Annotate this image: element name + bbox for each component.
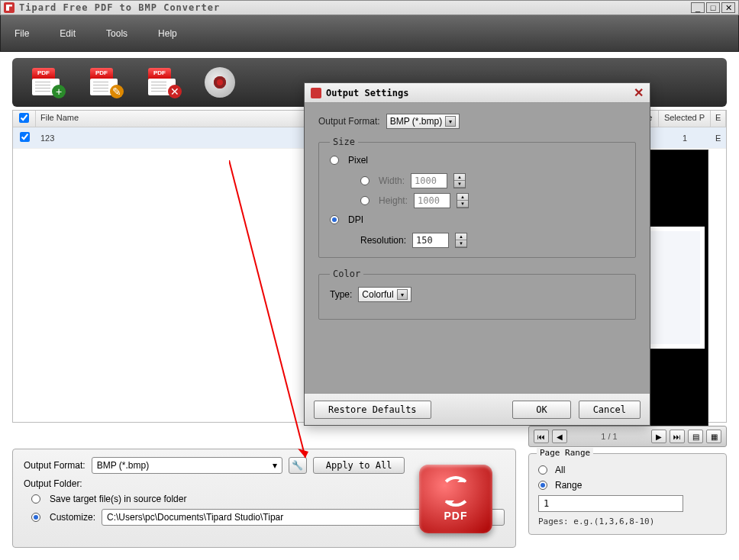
- restore-defaults-button[interactable]: Restore Defaults: [314, 401, 431, 419]
- dialog-close-button[interactable]: ✕: [634, 85, 644, 100]
- first-page-button[interactable]: ⏮: [534, 430, 549, 443]
- cell-selected: 1: [659, 134, 711, 143]
- convert-icon: [440, 476, 471, 507]
- minimize-button[interactable]: _: [691, 2, 705, 13]
- save-source-radio[interactable]: [31, 494, 40, 504]
- width-input[interactable]: 1000: [411, 173, 447, 188]
- resolution-input[interactable]: 150: [412, 233, 449, 248]
- remove-pdf-button[interactable]: PDF✕: [142, 66, 182, 99]
- apply-to-all-button[interactable]: Apply to All: [313, 457, 405, 474]
- last-page-button[interactable]: ⏭: [670, 430, 685, 443]
- output-format-label: Output Format:: [24, 460, 86, 471]
- chevron-down-icon: ▾: [273, 460, 277, 471]
- height-input[interactable]: 1000: [414, 193, 450, 208]
- page-range-legend: Page Range: [537, 448, 593, 458]
- prev-page-button[interactable]: ◀: [552, 430, 567, 443]
- output-format-select[interactable]: BMP (*.bmp)▾: [92, 457, 282, 474]
- output-folder-label: Output Folder:: [24, 478, 82, 489]
- customize-radio[interactable]: [31, 513, 40, 522]
- chevron-down-icon: ▾: [397, 289, 408, 300]
- dialog-title: Output Settings: [326, 88, 408, 98]
- resolution-spinner[interactable]: ▲▼: [455, 233, 467, 248]
- pixel-radio[interactable]: [330, 156, 339, 165]
- window-title: Tipard Free PDF to BMP Converter: [19, 2, 220, 13]
- settings-button[interactable]: [200, 66, 240, 99]
- col-extra[interactable]: E: [711, 111, 726, 127]
- color-fieldset: Color Type:Colorful▾: [318, 269, 636, 320]
- menu-file[interactable]: File: [15, 28, 29, 39]
- menu-edit[interactable]: Edit: [60, 28, 76, 39]
- range-input[interactable]: [538, 495, 683, 512]
- height-spinner[interactable]: ▲▼: [457, 193, 469, 208]
- page-range-group: Page Range All Range Pages: e.g.(1,3,6,8…: [528, 453, 727, 535]
- close-button[interactable]: ✕: [721, 2, 735, 13]
- menubar: File Edit Tools Help: [0, 15, 739, 52]
- output-panel: Output Format: BMP (*.bmp)▾ 🔧 Apply to A…: [12, 449, 516, 548]
- dialog-titlebar[interactable]: Output Settings ✕: [305, 83, 650, 103]
- preview-nav: ⏮ ◀ 1 / 1 ▶ ⏭ ▤ ▦: [528, 426, 727, 447]
- app-icon: [4, 2, 15, 13]
- ok-button[interactable]: OK: [512, 401, 570, 419]
- maximize-button[interactable]: □: [706, 2, 720, 13]
- cell-extra: E: [711, 134, 726, 143]
- edit-pdf-button[interactable]: PDF✎: [84, 66, 124, 99]
- menu-tools[interactable]: Tools: [106, 28, 127, 39]
- wrench-icon: 🔧: [292, 460, 303, 471]
- customize-label: Customize:: [50, 512, 95, 523]
- convert-button[interactable]: PDF: [419, 465, 492, 533]
- color-type-select[interactable]: Colorful▾: [358, 287, 411, 302]
- menu-help[interactable]: Help: [158, 28, 177, 39]
- all-pages-radio[interactable]: [538, 465, 547, 475]
- col-selectedpage[interactable]: Selected P: [659, 111, 711, 127]
- range-radio[interactable]: [538, 481, 547, 490]
- next-page-button[interactable]: ▶: [651, 430, 666, 443]
- dialog-icon: [311, 88, 321, 98]
- view-mode-1-button[interactable]: ▤: [688, 430, 703, 443]
- size-fieldset: Size Pixel Width:1000▲▼ Height:1000▲▼ DP…: [318, 137, 636, 258]
- dpi-radio[interactable]: [330, 215, 339, 224]
- save-source-label: Save target file(s) in source folder: [50, 494, 186, 504]
- chevron-down-icon: ▾: [445, 116, 456, 127]
- output-settings-dialog: Output Settings ✕ Output Format: BMP (*.…: [304, 82, 650, 426]
- output-path-input[interactable]: C:\Users\pc\Documents\Tipard Studio\Tipa…: [102, 509, 450, 526]
- gear-icon: [205, 67, 235, 98]
- height-radio[interactable]: [360, 196, 370, 205]
- nav-panel: ⏮ ◀ 1 / 1 ▶ ⏭ ▤ ▦ Page Range All Range P…: [528, 426, 727, 548]
- row-checkbox[interactable]: [20, 132, 30, 142]
- select-all-checkbox[interactable]: [19, 113, 29, 123]
- page-indicator: 1 / 1: [570, 432, 648, 441]
- width-radio[interactable]: [360, 176, 370, 185]
- width-spinner[interactable]: ▲▼: [453, 173, 466, 188]
- output-settings-button[interactable]: 🔧: [289, 457, 307, 474]
- add-pdf-button[interactable]: PDF+: [26, 66, 66, 99]
- dlg-outputformat-select[interactable]: BMP (*.bmp)▾: [386, 114, 460, 129]
- cancel-button[interactable]: Cancel: [579, 401, 641, 419]
- range-hint: Pages: e.g.(1,3,6,8-10): [538, 517, 717, 526]
- dlg-outputformat-label: Output Format:: [318, 116, 380, 127]
- view-mode-2-button[interactable]: ▦: [706, 430, 721, 443]
- titlebar: Tipard Free PDF to BMP Converter _ □ ✕: [0, 0, 739, 15]
